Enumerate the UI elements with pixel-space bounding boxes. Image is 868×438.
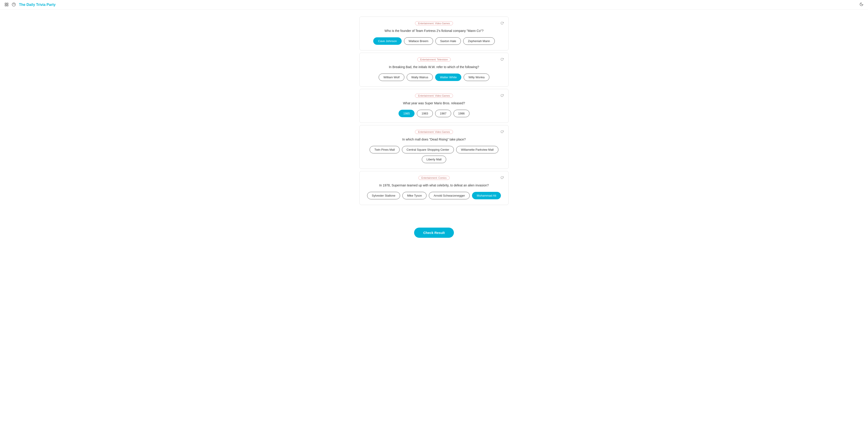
card-header: Entertainment: Comics	[365, 176, 503, 180]
option-button-3[interactable]: Walter White	[435, 74, 461, 81]
option-button-1[interactable]: William Wolf	[379, 74, 404, 81]
refresh-button[interactable]	[499, 128, 505, 135]
question-text: Who is the founder of Team Fortress 2's …	[365, 29, 503, 33]
option-button-3[interactable]: Willamette Parkview Mall	[456, 146, 498, 153]
option-button-1[interactable]: Cave Johnson	[373, 37, 401, 45]
option-button-4[interactable]: Muhammad Ali	[472, 192, 501, 199]
card-header: Entertainment: Video Games	[365, 94, 503, 98]
svg-rect-3	[7, 5, 8, 6]
card-header: Entertainment: Video Games	[365, 21, 503, 25]
option-button-4[interactable]: Willy Wonka	[464, 74, 489, 81]
option-button-2[interactable]: Wally Walrus	[407, 74, 433, 81]
option-button-1[interactable]: 1985	[399, 110, 414, 117]
app-header: The Daily Trivia Party	[0, 0, 868, 10]
dark-mode-icon[interactable]	[860, 3, 864, 7]
refresh-button[interactable]	[499, 20, 505, 26]
question-text: In 1978, Superman teamed up with what ce…	[365, 183, 503, 188]
options-row: Sylvester StalloneMike TysonArnold Schwa…	[365, 192, 503, 199]
option-button-3[interactable]: Saxton Hale	[435, 37, 461, 45]
svg-rect-0	[5, 3, 6, 4]
options-row: William WolfWally WalrusWalter WhiteWill…	[365, 74, 503, 81]
svg-rect-2	[5, 5, 6, 6]
category-badge: Entertainment: Television	[417, 57, 451, 62]
question-text: In Breaking Bad, the initials W.W. refer…	[365, 65, 503, 69]
question-text: In which mall does "Dead Rising" take pl…	[365, 137, 503, 142]
question-card-1: Entertainment: Video GamesWho is the fou…	[360, 17, 508, 51]
option-button-4[interactable]: Liberty Mall	[422, 156, 446, 163]
category-badge: Entertainment: Comics	[418, 176, 450, 180]
card-header: Entertainment: Television	[365, 57, 503, 62]
settings-icon[interactable]	[4, 2, 9, 7]
refresh-button[interactable]	[499, 174, 505, 181]
option-button-3[interactable]: Arnold Schwarzenegger	[429, 192, 470, 199]
svg-rect-1	[7, 3, 8, 4]
header-right	[860, 2, 864, 7]
check-result-container: Check Result	[0, 228, 868, 238]
question-card-5: Entertainment: ComicsIn 1978, Superman t…	[360, 171, 508, 205]
option-button-1[interactable]: Twin Pines Mall	[370, 146, 399, 153]
options-row: 1985198319871986	[365, 110, 503, 117]
option-button-2[interactable]: Wallace Breem	[404, 37, 433, 45]
option-button-1[interactable]: Sylvester Stallone	[367, 192, 400, 199]
refresh-button[interactable]	[499, 56, 505, 62]
question-text: What year was Super Mario Bros. released…	[365, 101, 503, 106]
option-button-2[interactable]: 1983	[417, 110, 433, 117]
options-row: Twin Pines MallCentral Square Shopping C…	[365, 146, 503, 163]
main-content: Entertainment: Video GamesWho is the fou…	[355, 10, 513, 223]
option-button-3[interactable]: 1987	[435, 110, 451, 117]
option-button-4[interactable]: 1986	[454, 110, 469, 117]
category-badge: Entertainment: Video Games	[415, 94, 453, 98]
question-card-3: Entertainment: Video GamesWhat year was …	[360, 89, 508, 123]
help-icon[interactable]	[12, 2, 16, 7]
question-card-2: Entertainment: TelevisionIn Breaking Bad…	[360, 53, 508, 87]
option-button-4[interactable]: Zepheniah Mann	[463, 37, 495, 45]
options-row: Cave JohnsonWallace BreemSaxton HaleZeph…	[365, 37, 503, 45]
category-badge: Entertainment: Video Games	[415, 130, 453, 134]
question-card-4: Entertainment: Video GamesIn which mall …	[360, 125, 508, 169]
option-button-2[interactable]: Central Square Shopping Center	[402, 146, 454, 153]
card-header: Entertainment: Video Games	[365, 130, 503, 134]
refresh-button[interactable]	[499, 92, 505, 99]
check-result-button[interactable]: Check Result	[414, 228, 454, 238]
option-button-2[interactable]: Mike Tyson	[402, 192, 427, 199]
app-title[interactable]: The Daily Trivia Party	[19, 3, 56, 7]
category-badge: Entertainment: Video Games	[415, 21, 453, 25]
